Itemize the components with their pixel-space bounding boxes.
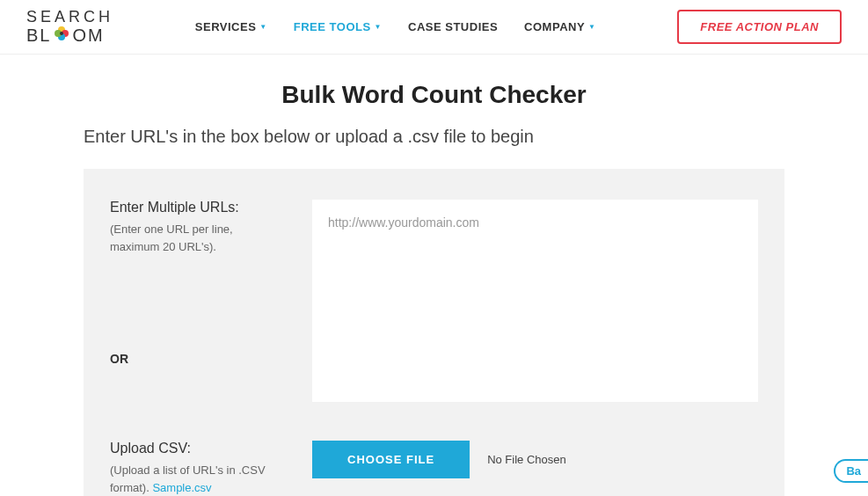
form-panel: Enter Multiple URLs: (Enter one URL per … (84, 169, 784, 496)
chevron-down-icon: ▼ (259, 23, 266, 31)
nav-item-company[interactable]: COMPANY▼ (524, 20, 595, 33)
flower-icon (53, 25, 70, 45)
nav-item-free-tools[interactable]: FREE TOOLS▼ (294, 20, 382, 33)
sample-csv-link[interactable]: Sample.csv (152, 481, 211, 494)
back-tab[interactable]: Ba (834, 459, 868, 483)
svg-point-4 (60, 32, 63, 35)
choose-file-button[interactable]: CHOOSE FILE (312, 441, 470, 478)
page-subtitle: Enter URL's in the box below or upload a… (84, 127, 868, 147)
header: SEARCH BL OM SERVICES▼ FREE TOOLS▼ CASE … (0, 0, 868, 55)
urls-row: Enter Multiple URLs: (Enter one URL per … (110, 200, 758, 405)
free-action-plan-button[interactable]: FREE ACTION PLAN (677, 10, 842, 44)
file-status: No File Chosen (487, 453, 566, 466)
urls-hint: (Enter one URL per line, maximum 20 URL'… (110, 221, 268, 255)
nav-item-services[interactable]: SERVICES▼ (195, 20, 267, 33)
logo-text-top: SEARCH (26, 9, 113, 25)
urls-textarea[interactable] (312, 200, 758, 402)
logo[interactable]: SEARCH BL OM (26, 9, 113, 45)
chevron-down-icon: ▼ (588, 23, 595, 31)
csv-label: Upload CSV: (110, 441, 268, 456)
page-title: Bulk Word Count Checker (0, 81, 868, 109)
urls-label: Enter Multiple URLs: (110, 200, 268, 215)
csv-hint: (Upload a list of URL's in .CSV format).… (110, 462, 268, 496)
csv-row: Upload CSV: (Upload a list of URL's in .… (110, 441, 758, 496)
nav-item-case-studies[interactable]: CASE STUDIES (408, 20, 498, 33)
logo-text-bottom: BL OM (26, 25, 113, 45)
main-nav: SERVICES▼ FREE TOOLS▼ CASE STUDIES COMPA… (195, 20, 596, 33)
or-label: OR (110, 352, 268, 366)
chevron-down-icon: ▼ (375, 23, 382, 31)
